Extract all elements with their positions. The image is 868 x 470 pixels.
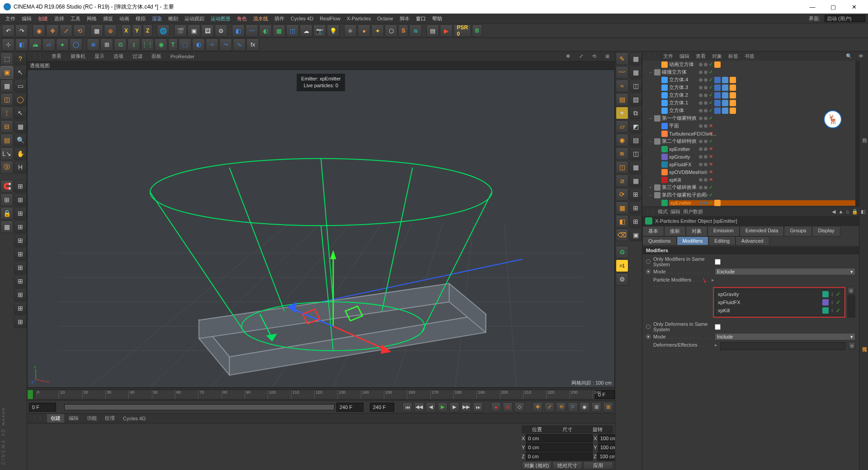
attr-menu-userdata[interactable]: 用户数据 [683,208,703,215]
layout-button[interactable]: ▦ [0,221,13,233]
rt-inflate-icon[interactable]: ◉ [616,134,628,146]
key-rot-button[interactable]: ⟲ [556,402,566,412]
mat-tab-edit[interactable]: 编辑 [65,414,82,423]
make-editable-button[interactable]: ⬚ [0,52,13,65]
grid4-button[interactable]: ⊞ [14,221,27,233]
redo-button[interactable]: ↷ [15,24,28,37]
lathe-button[interactable]: ◐ [192,38,205,51]
sweep-button[interactable]: ⤳ [219,38,232,51]
mlist-scrollbar[interactable] [847,295,855,318]
grid11-button[interactable]: ⊞ [14,315,27,328]
menu-pipeline[interactable]: 流水线 [250,14,271,23]
modifier-list[interactable]: xpGravity⁞✓xpFluidFX⁞✓xpKill⁞✓ [715,289,844,316]
vp-menu-camera[interactable]: 摄像机 [67,52,89,61]
attr-tab-display[interactable]: Display [812,226,840,236]
coord-system-button[interactable]: 🌐 [157,24,170,37]
menu-sculpt[interactable]: 雕刻 [165,14,181,23]
key-opts2-button[interactable]: ⊞ [603,402,613,412]
landscape-button[interactable]: ⛰ [29,38,42,51]
rt-flatten-icon[interactable]: ▱ [616,120,628,133]
only-deformers-radio[interactable] [646,324,651,329]
render-region-button[interactable]: ▣ [188,24,200,37]
deformer-button[interactable]: ◫ [286,24,299,37]
key-param-button[interactable]: P [568,402,578,412]
play-button[interactable]: ▶ [438,402,448,412]
connect-button[interactable]: ⊞ [100,38,113,51]
rect-select-button[interactable]: ▭ [14,80,27,92]
rt-brush-icon[interactable]: ✎ [616,52,628,65]
key-pos-button[interactable]: ✥ [533,402,542,412]
rt2-1-icon[interactable]: ▦ [629,52,642,65]
attr-back-icon[interactable]: ◀ [832,209,835,215]
om-tab-file[interactable]: 文件 [660,52,676,61]
z-axis-button[interactable]: Z [143,24,152,37]
mode-dropdown[interactable]: Exclude▾ [715,268,855,275]
grid9-button[interactable]: ⊞ [14,288,27,301]
tree-row[interactable]: 立方体.3✓ [642,84,855,91]
tree-row[interactable]: xpEmitter✕ [642,145,855,153]
modifier-list-item[interactable]: xpGravity⁞✓ [716,290,842,298]
model-mode-button[interactable]: ▣ [0,66,13,79]
cube-primitive-button[interactable]: ◧ [232,24,245,37]
sym-button[interactable]: ⫿ [127,38,140,51]
grid2-button[interactable]: ⊞ [14,193,27,206]
only-modifiers-checkbox[interactable] [715,259,721,265]
vp-nav-pan-icon[interactable]: ✥ [562,52,574,60]
rt2-11-icon[interactable]: ⊞ [629,188,642,201]
workplane-button[interactable]: ◫ [0,93,13,106]
menu-create[interactable]: 创建 [35,14,51,23]
boole-button[interactable]: ⊗ [87,38,99,51]
rt-repeat-icon[interactable]: ⟳ [616,188,628,201]
sphere-button[interactable]: ● [56,38,69,51]
tree-row[interactable]: −碰撞立方体✓ [642,68,855,76]
subsurf-button[interactable]: ◉ [155,38,167,51]
maximize-button[interactable]: ▢ [823,0,844,14]
null-button[interactable]: ⊹ [2,38,14,51]
deformers-clear-button[interactable]: ⦸ [848,342,855,349]
rt-fill-icon[interactable]: ◫ [616,161,628,174]
record-button[interactable]: ● [491,402,501,412]
deformers-list[interactable] [720,342,845,350]
lock-button[interactable]: 🔒 [0,207,13,220]
attr-new-icon[interactable]: ◧ [861,209,865,215]
xp-generator-button[interactable]: ✦ [371,24,384,37]
attr-lock-icon[interactable]: 🔒 [852,209,858,215]
attr-tab-extdata[interactable]: Extended Data [740,226,784,236]
b-button[interactable]: B [472,24,482,37]
prev-key-button[interactable]: ◀◀ [414,402,424,412]
tree-row[interactable]: 动画立方体✓ [642,61,855,68]
tree-row[interactable]: xpEmitter✓ [642,199,855,207]
mode-radio[interactable] [646,269,651,274]
timeline-ruler[interactable]: 0102030405060708090100110120130140150160… [27,388,615,400]
xp-emitter-button[interactable]: ● [358,24,370,37]
tree-row[interactable]: 立方体.4✓ [642,76,855,84]
minimize-button[interactable]: — [802,0,823,14]
menu-animate[interactable]: 动画 [117,14,132,23]
x-axis-button[interactable]: X [121,24,131,37]
autokey-button[interactable]: ◎ [503,402,513,412]
rt2-3-icon[interactable]: ◫ [629,80,642,92]
om-search-icon[interactable]: 🔍 [843,52,855,60]
cursor-button[interactable]: ↖ [14,66,27,79]
xp-dynamics-button[interactable]: ≋ [409,24,422,37]
live-select-button[interactable]: ◉ [33,24,45,37]
grid1-button[interactable]: ⊞ [14,180,27,193]
prev-frame-button[interactable]: ◀ [426,402,436,412]
mat-tab-create[interactable]: 创建 [47,414,64,423]
rt-pinch-icon[interactable]: ✦ [616,107,628,119]
zoom-button[interactable]: 🔍 [14,134,27,146]
axis-mode-button[interactable]: L↘ [0,147,13,160]
cube-button[interactable]: ◧ [15,38,28,51]
mat-tab-tex[interactable]: 纹理 [101,414,118,423]
key-pla-button[interactable]: ◉ [580,402,590,412]
rt2-4-icon[interactable]: ▧ [629,93,642,106]
grid8-button[interactable]: ⊞ [14,275,27,287]
om-eye-icon[interactable]: 👁 [856,52,866,60]
rt2-12-icon[interactable]: ⊞ [629,202,642,214]
attr-tab-coord[interactable]: 坐标 [664,226,686,236]
rt2-9-icon[interactable]: ▦ [629,161,642,174]
tree-scrollbar[interactable] [855,61,859,207]
coord-size-button[interactable]: 绝对尺寸 [552,461,582,470]
rt2-7-icon[interactable]: ▤ [629,134,642,146]
undo-button[interactable]: ↶ [2,24,14,37]
